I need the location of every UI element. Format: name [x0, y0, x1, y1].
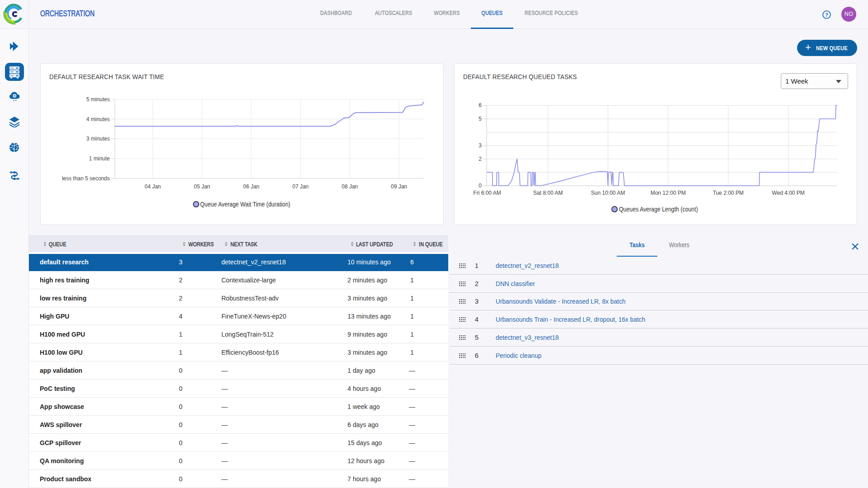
svg-text:07 Jan: 07 Jan [292, 183, 309, 190]
svg-text:Wed 4:00 PM: Wed 4:00 PM [772, 190, 804, 196]
svg-text:less than 5 seconds: less than 5 seconds [62, 175, 110, 182]
svg-text:0: 0 [479, 183, 482, 189]
svg-text:1 minute: 1 minute [89, 155, 110, 162]
svg-text:5 minutes: 5 minutes [86, 96, 110, 103]
svg-text:08 Jan: 08 Jan [342, 183, 358, 190]
svg-text:05 Jan: 05 Jan [194, 183, 210, 190]
svg-text:Sat 8:00 AM: Sat 8:00 AM [533, 190, 563, 196]
svg-text:3 minutes: 3 minutes [86, 136, 110, 142]
svg-text:09 Jan: 09 Jan [391, 183, 407, 190]
svg-text:06 Jan: 06 Jan [243, 183, 259, 190]
svg-text:6: 6 [479, 102, 482, 108]
svg-text:3: 3 [479, 142, 482, 149]
svg-text:Sun 10:00 AM: Sun 10:00 AM [591, 190, 625, 196]
svg-text:2: 2 [479, 156, 482, 162]
svg-text:Tue 2:00 PM: Tue 2:00 PM [713, 190, 744, 196]
svg-text:4 minutes: 4 minutes [86, 116, 110, 122]
svg-text:04 Jan: 04 Jan [145, 183, 161, 190]
svg-text:?: ? [825, 12, 828, 18]
svg-text:Fri 6:00 AM: Fri 6:00 AM [473, 190, 501, 196]
svg-text:Mon 12:00 PM: Mon 12:00 PM [651, 190, 686, 196]
svg-text:5: 5 [479, 116, 482, 122]
